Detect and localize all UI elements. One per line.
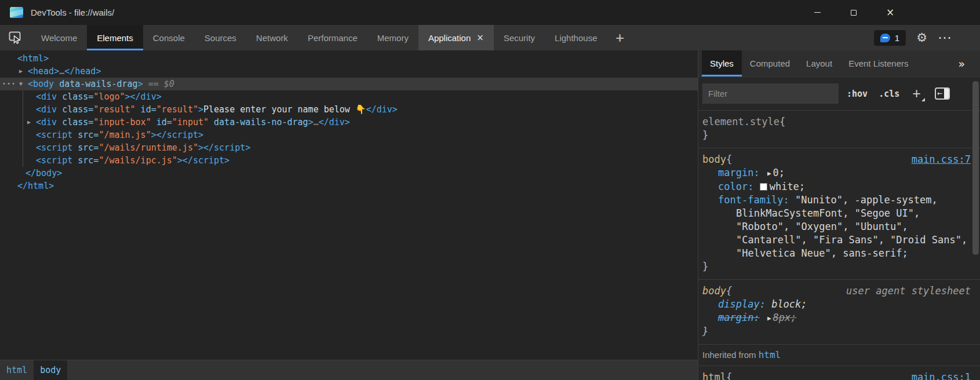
code-token: > xyxy=(198,104,203,115)
css-value[interactable]: 8px; xyxy=(773,312,797,323)
tab-sources[interactable]: Sources xyxy=(195,25,246,50)
css-selector[interactable]: element.style xyxy=(702,115,779,129)
stylesheet-link[interactable]: main.css:7 xyxy=(912,153,971,166)
close-tab-icon[interactable]: × xyxy=(476,32,484,43)
css-value-continued: "Helvetica Neue", sans-serif; xyxy=(702,247,980,260)
dom-tree-row[interactable]: ▶<div class="input-box" id="input" data-… xyxy=(0,116,698,129)
css-property[interactable]: display: xyxy=(718,298,766,310)
color-swatch-icon[interactable] xyxy=(760,183,767,191)
row-actions-icon[interactable]: ••• xyxy=(2,78,16,90)
settings-button[interactable]: ⚙ xyxy=(916,31,927,45)
css-selector[interactable]: body xyxy=(702,284,726,298)
css-value[interactable]: "Nunito", -apple-system, xyxy=(795,194,938,206)
sidebar-tab-computed[interactable]: Computed xyxy=(742,50,798,76)
dom-tree-row[interactable]: </body> xyxy=(0,167,698,180)
dom-tree-row[interactable]: <div class="result" id="result">Please e… xyxy=(0,103,698,116)
tab-performance[interactable]: Performance xyxy=(298,25,367,50)
sidebar-tab-event-listeners[interactable]: Event Listeners xyxy=(840,50,916,76)
css-declaration[interactable]: margin: ▶8px; xyxy=(702,311,980,325)
dom-tree-row[interactable]: <script src="/wails/ipc.js"></script> xyxy=(0,154,698,167)
new-style-rule-button[interactable]: + xyxy=(912,86,921,101)
overflow-chevron-icon[interactable]: » xyxy=(958,50,965,76)
tab-label: Lighthouse xyxy=(555,33,597,43)
css-declaration[interactable]: margin: ▶0; xyxy=(702,166,980,180)
tab-label: Memory xyxy=(377,33,409,43)
code-token: … xyxy=(59,66,64,76)
dom-tree-row[interactable]: <script src="/wails/runtime.js"></script… xyxy=(0,141,698,154)
css-selector[interactable]: body xyxy=(702,153,726,166)
toggle-element-state-button[interactable]: :hov xyxy=(847,89,868,99)
maximize-icon xyxy=(851,10,857,16)
inherited-node-link[interactable]: html xyxy=(759,349,781,360)
expand-shorthand-icon[interactable]: ▶ xyxy=(767,167,771,180)
tab-application[interactable]: Application× xyxy=(418,25,494,50)
window-controls: × xyxy=(804,0,904,25)
tab-label: Sources xyxy=(205,33,236,43)
maximize-button[interactable] xyxy=(840,0,867,25)
minimize-button[interactable] xyxy=(804,0,830,25)
tab-memory[interactable]: Memory xyxy=(367,25,418,50)
tab-label: Application xyxy=(428,33,471,43)
collapse-arrow-icon[interactable]: ▼ xyxy=(19,78,23,90)
css-property[interactable]: margin: xyxy=(718,312,760,323)
css-value[interactable]: block; xyxy=(771,298,807,310)
dom-tree-row[interactable]: •••▼<body data-wails-drag> == $0 xyxy=(0,78,698,90)
css-value-continued: BlinkMacSystemFont, "Segoe UI", xyxy=(702,207,980,220)
code-token: == $0 xyxy=(143,79,174,89)
tab-network[interactable]: Network xyxy=(246,25,298,50)
element-classes-button[interactable]: .cls xyxy=(879,89,899,99)
expand-arrow-icon[interactable]: ▶ xyxy=(27,116,31,129)
styles-scrollbar[interactable] xyxy=(972,81,979,255)
css-value[interactable]: 0; xyxy=(773,167,785,178)
code-token: <script xyxy=(36,142,72,153)
code-token: src= xyxy=(72,155,99,166)
tab-lighthouse[interactable]: Lighthouse xyxy=(545,25,607,50)
tab-security[interactable]: Security xyxy=(494,25,545,50)
code-token: "/wails/runtime.js" xyxy=(99,142,198,153)
tab-console[interactable]: Console xyxy=(143,25,195,50)
stylesheet-link[interactable]: main.css:1 xyxy=(912,371,971,380)
dom-tree-row[interactable]: <script src="/main.js"></script> xyxy=(0,129,698,141)
code-token: <head> xyxy=(28,66,59,76)
breadcrumb-item-body[interactable]: body xyxy=(34,360,67,380)
dom-tree-row[interactable]: </html> xyxy=(0,180,698,192)
code-token: "result" xyxy=(156,104,198,115)
sidebar-tab-styles[interactable]: Styles xyxy=(702,50,742,76)
code-token: </div> xyxy=(366,104,398,115)
css-declaration[interactable]: display: block; xyxy=(702,298,980,311)
styles-filter-input[interactable] xyxy=(702,83,839,104)
dom-tree-row[interactable]: <html> xyxy=(0,52,698,65)
code-token: <div xyxy=(36,117,57,127)
sidebar-tab-layout[interactable]: Layout xyxy=(798,50,840,76)
inspect-element-button[interactable] xyxy=(0,25,31,50)
css-declaration[interactable]: font-family: "Nunito", -apple-system, xyxy=(702,193,980,207)
breadcrumb-item-html[interactable]: html xyxy=(0,360,34,380)
css-value[interactable]: white; xyxy=(770,181,805,192)
expand-shorthand-icon[interactable]: ▶ xyxy=(767,312,771,325)
dom-tree-row[interactable]: <div class="logo"></div> xyxy=(0,90,698,103)
close-window-button[interactable]: × xyxy=(877,0,904,25)
tab-welcome[interactable]: Welcome xyxy=(31,25,87,50)
open-brace: { xyxy=(726,371,732,380)
dom-tree-row[interactable]: ▶<head>…</head> xyxy=(0,65,698,78)
sidebar-tabs: StylesComputedLayoutEvent Listeners» xyxy=(698,50,980,77)
code-token: class= xyxy=(57,104,93,115)
tab-elements[interactable]: Elements xyxy=(87,25,143,50)
expand-arrow-icon[interactable]: ▶ xyxy=(19,65,23,78)
code-token: </html> xyxy=(17,181,54,191)
css-property[interactable]: margin: xyxy=(718,167,760,178)
more-tools-button[interactable]: + xyxy=(607,25,632,50)
css-property[interactable]: color: xyxy=(718,181,753,192)
css-selector[interactable]: html xyxy=(702,371,726,380)
code-token: 👇 xyxy=(355,104,366,115)
devtools-app-icon xyxy=(10,7,23,18)
computed-sidebar-toggle-icon[interactable] xyxy=(935,87,950,100)
customize-menu-button[interactable]: ⋯ xyxy=(938,30,952,46)
notifications-button[interactable]: 1 xyxy=(874,30,906,46)
tab-label: Elements xyxy=(97,33,133,43)
css-property[interactable]: font-family: xyxy=(718,194,789,206)
css-value-continued: "Roboto", "Oxygen", "Ubuntu", xyxy=(702,220,980,233)
css-declaration[interactable]: color: white; xyxy=(702,180,980,193)
main-toolbar: WelcomeElementsConsoleSourcesNetworkPerf… xyxy=(0,25,980,50)
code-token: ></script> xyxy=(198,142,250,153)
